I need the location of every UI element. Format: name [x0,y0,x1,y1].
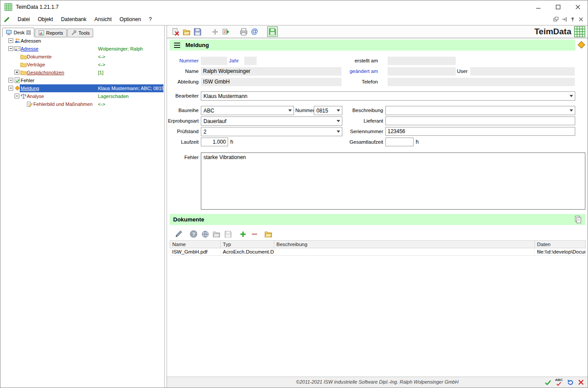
export-icon[interactable] [221,27,230,36]
open-gray-icon[interactable] [212,229,221,239]
minimize-icon [536,4,541,10]
tree-item-fehlerbild[interactable]: Fehlerbild und Maßnahmen <-> [0,100,164,108]
fehler-textarea[interactable]: starke Vibrationen [201,152,585,210]
gesamtlaufzeit-input[interactable] [385,138,414,146]
column-header-name[interactable]: Name [170,241,221,248]
minimize-button[interactable] [528,0,548,14]
remove-icon[interactable] [250,229,259,239]
print-icon[interactable] [239,27,248,36]
tree-label[interactable]: Analyse [26,93,45,99]
tree-value: <-> [98,54,105,60]
ok-check-icon[interactable] [544,378,552,386]
globe-icon[interactable] [200,229,210,239]
menu-datenbank[interactable]: Datenbank [57,15,91,24]
pruefstand-select[interactable]: 2 [201,127,342,136]
email-icon[interactable]: @ [250,27,259,36]
status-icons: ABC [544,378,585,386]
hamburger-menu-icon[interactable] [174,43,180,48]
close-button[interactable] [568,0,588,14]
cell-name[interactable]: ISW_GmbH.pdf [170,248,221,256]
tree-label[interactable]: Meldung [20,85,40,91]
collapse-icon[interactable] [15,94,19,98]
add-record-icon[interactable] [211,27,219,36]
laufzeit-unit: h [230,138,233,146]
collapse-icon[interactable] [8,86,13,91]
add-icon[interactable] [238,229,247,239]
menu-optionen[interactable]: Optionen [116,15,145,24]
tree-label[interactable]: Adressen [20,38,42,44]
delete-record-icon[interactable] [171,27,180,36]
tree-label[interactable]: Fehlerbild und Maßnahmen [33,101,94,107]
window-controls [528,0,588,14]
cell-beschreibung[interactable] [274,248,535,256]
float-icon[interactable] [553,17,559,22]
tree-item-gespaechsnotizen[interactable]: Gespächsnotizen [1] [0,69,164,76]
collapse-icon[interactable] [8,78,13,83]
collapse-icon[interactable] [8,46,13,51]
tree-label[interactable]: Verträge [26,62,46,68]
meldung-form: Meldung Nummer Jahr erstellt am Name Ral… [167,38,588,377]
menu-ansicht[interactable]: Ansicht [91,15,116,24]
tree-label[interactable]: Fehler [20,77,35,83]
tree-label[interactable]: Dokumente [26,54,52,60]
maximize-button[interactable] [548,0,568,14]
menu-help[interactable]: ? [145,15,156,24]
jahr-field [244,57,257,65]
beschreibung-select[interactable] [385,106,575,115]
expand-icon[interactable] [15,70,19,75]
tree-label[interactable]: Gespächsnotizen [26,69,65,76]
at-glyph: @ [251,27,258,36]
spellcheck-icon[interactable]: ABC [555,378,563,386]
cell-typ[interactable]: AcroExch.Document.DC [221,248,274,256]
tree-item-dokumente[interactable]: Dokumente <-> [0,53,164,61]
chevron-down-icon [286,106,294,115]
dock-icon[interactable] [562,17,567,22]
menu-objekt[interactable]: Objekt [34,15,57,24]
menu-datei[interactable]: Datei [14,15,34,24]
column-header-typ[interactable]: Typ [221,241,274,248]
brand-logo-text: TeimData [534,27,571,36]
tree-item-fehler[interactable]: Fehler [0,76,164,84]
pruefstand-value: 2 [201,129,334,135]
quicksave-toggle[interactable] [267,26,278,37]
attach-folder-icon[interactable] [264,229,273,239]
laufzeit-input[interactable] [201,138,228,146]
pruefstand-label: Prüfstand [167,127,199,136]
close-panel-icon[interactable] [578,17,584,22]
gesamtlaufzeit-label: Gesamtlaufzeit [339,138,383,146]
main-toolbar: @ TeimData [167,25,588,38]
column-header-daten[interactable]: Daten [535,241,586,248]
column-header-beschreibung[interactable]: Beschreibung [274,241,535,248]
pin-tab-icon[interactable] [26,30,31,35]
erstellt-am-field [388,57,456,65]
edit-pen-icon[interactable] [174,229,183,239]
tree-item-analyse[interactable]: Analyse Lagerschaden [0,92,164,100]
erprobungsart-select[interactable]: Dauerlauf [201,116,342,126]
save-gray-icon[interactable] [223,229,232,239]
teil-nummer-select[interactable]: 0815 [314,106,342,115]
pin-icon[interactable] [570,17,575,22]
name-field: Ralph Wolpensinger [201,67,341,76]
copy-documents-icon[interactable] [574,215,582,224]
table-row[interactable]: ISW_GmbH.pdf AcroExch.Document.DC file:\… [170,248,586,256]
lieferant-input[interactable] [385,116,575,125]
gesamtlaufzeit-unit: h [416,138,419,146]
tree-label[interactable]: Adresse [20,46,39,52]
collapse-icon[interactable] [8,38,13,43]
undo-icon[interactable] [566,378,574,386]
baureihe-select[interactable]: ABC [201,106,294,115]
name-label: Name [167,67,199,76]
tree-item-adresse[interactable]: Adresse Wolpensinger; Ralph [0,45,164,53]
help-icon[interactable]: ? [189,229,198,239]
cancel-icon[interactable] [577,378,585,386]
save-icon[interactable] [193,27,202,36]
tree-value: Wolpensinger; Ralph [98,46,143,52]
tree-item-meldung[interactable]: Meldung Klaus Mustermann; ABC; 0815 [0,84,164,92]
tree-item-adressen[interactable]: Adressen [0,37,164,45]
bearbeiter-select[interactable]: Klaus Mustermann [201,91,575,101]
warning-diamond-icon[interactable] [577,40,586,50]
seriennummer-input[interactable] [385,127,575,136]
tree-item-vertraege[interactable]: Verträge <-> [0,61,164,69]
open-icon[interactable] [182,27,191,36]
cell-daten[interactable]: file:\\d:\develop\Docum [535,248,586,256]
